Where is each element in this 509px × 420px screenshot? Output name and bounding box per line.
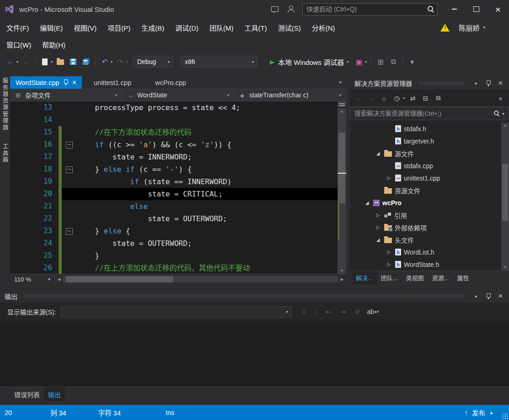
- save-icon[interactable]: [67, 56, 79, 68]
- navigate-windows-icon[interactable]: ⧉: [387, 56, 399, 68]
- tree-item[interactable]: ◢头文件: [350, 234, 501, 246]
- window-position-icon[interactable]: ▾: [471, 79, 481, 88]
- scroll-left-icon[interactable]: ◀: [55, 274, 63, 284]
- panel-tab[interactable]: 输出: [44, 387, 65, 401]
- start-debugging-button[interactable]: ▶本地 Windows 调试器▾: [267, 55, 352, 68]
- menu-item[interactable]: 生成(B): [136, 20, 170, 36]
- tree-item[interactable]: 资源文件: [350, 184, 501, 197]
- expander-icon[interactable]: ◢: [364, 200, 370, 205]
- editor-vertical-scrollbar[interactable]: ▲ ▼: [338, 101, 346, 274]
- close-button[interactable]: ×: [487, 2, 509, 16]
- chevron-down-icon[interactable]: ▾: [347, 60, 348, 64]
- collapse-all-icon[interactable]: ⊟: [420, 93, 431, 104]
- code-line[interactable]: 21 else: [10, 200, 338, 213]
- code-line[interactable]: 13 processType process = state << 4;: [10, 101, 338, 114]
- tree-item[interactable]: ▷WordState.h: [350, 258, 501, 271]
- panel-tab[interactable]: 团队...: [377, 271, 402, 284]
- code-line[interactable]: 26 //在上方添加状态迁移的代码，其他代码不要动: [10, 262, 338, 274]
- chevron-down-icon[interactable]: ▾: [403, 96, 405, 100]
- publish-button[interactable]: ↑ 发布 ▲: [465, 408, 493, 417]
- chevron-down-icon[interactable]: ▾: [111, 60, 113, 64]
- code-editor[interactable]: 13 processType process = state << 4;1415…: [10, 101, 338, 274]
- drag-grip[interactable]: [24, 294, 465, 298]
- undo-icon[interactable]: ↶: [99, 56, 111, 68]
- tree-item[interactable]: ▷WordList.h: [350, 246, 501, 258]
- vertical-scroll-thumb[interactable]: [338, 133, 345, 203]
- resize-grip[interactable]: [503, 414, 509, 420]
- code-line[interactable]: 24 state = OUTERWORD;: [10, 237, 338, 250]
- tree-item[interactable]: ▷unittest1.cpp: [350, 172, 501, 184]
- code-line[interactable]: 23 } else {: [10, 225, 338, 237]
- search-icon[interactable]: [424, 4, 437, 15]
- scroll-down-icon[interactable]: ▼: [501, 264, 509, 271]
- maximize-button[interactable]: [465, 2, 487, 16]
- notification-warning-icon[interactable]: [440, 24, 450, 32]
- menu-item[interactable]: 文件(F): [1, 20, 34, 36]
- menu-item[interactable]: 团队(M): [204, 20, 239, 36]
- code-line[interactable]: 16 if ((c >= 'a') && (c <= 'z')) {: [10, 138, 338, 151]
- side-tool-tab[interactable]: 工具箱: [1, 144, 10, 164]
- expander-icon[interactable]: ▷: [386, 250, 392, 255]
- pin-icon[interactable]: [483, 79, 493, 88]
- chevron-down-icon[interactable]: ▾: [51, 60, 53, 64]
- menu-item[interactable]: 编辑(E): [34, 20, 68, 36]
- menu-item[interactable]: 窗口(W): [1, 37, 37, 53]
- tree-item[interactable]: ◢wcPro: [350, 197, 501, 209]
- solution-search-input[interactable]: [350, 110, 489, 117]
- menu-item[interactable]: 调试(D): [170, 20, 204, 36]
- horizontal-scroll-track[interactable]: [63, 276, 338, 282]
- expander-icon[interactable]: ◢: [375, 151, 381, 156]
- code-line[interactable]: 15 //在下方添加状态迁移的代码: [10, 126, 338, 138]
- editor-tab[interactable]: wcPro.cpp: [143, 76, 198, 89]
- zoom-control[interactable]: 110 % ▾: [10, 274, 55, 284]
- document-list-dropdown-icon[interactable]: ▾: [339, 80, 346, 85]
- panel-splitter[interactable]: [346, 72, 350, 284]
- scroll-right-icon[interactable]: ▶: [338, 274, 346, 284]
- expander-icon[interactable]: ▷: [386, 175, 392, 181]
- tree-vertical-scrollbar[interactable]: ▲ ▼: [501, 122, 509, 271]
- code-line[interactable]: 25 }: [10, 250, 338, 262]
- tree-item[interactable]: stdafx.h: [350, 122, 501, 135]
- scroll-up-icon[interactable]: ▲: [501, 122, 509, 129]
- pin-icon[interactable]: [64, 80, 68, 85]
- code-line[interactable]: 22 state = OUTERWORD;: [10, 213, 338, 225]
- open-file-icon[interactable]: [54, 56, 66, 68]
- code-line[interactable]: 14: [10, 114, 338, 126]
- code-line[interactable]: 18 } else if (c == '-') {: [10, 163, 338, 175]
- breadcrumb-dropdown[interactable]: 杂项文件▾: [10, 89, 122, 101]
- sign-in-icon[interactable]: [283, 3, 300, 16]
- tree-item[interactable]: stdafx.cpp: [350, 159, 501, 172]
- breadcrumb-dropdown[interactable]: WordState▾: [122, 89, 234, 101]
- save-all-icon[interactable]: [80, 56, 92, 68]
- output-source-combo[interactable]: ▾: [61, 306, 292, 318]
- expander-icon[interactable]: ▷: [375, 213, 381, 218]
- split-editor-handle-icon[interactable]: [338, 101, 346, 108]
- scroll-up-icon[interactable]: ▲: [338, 108, 346, 114]
- chevron-down-icon[interactable]: ▾: [16, 60, 18, 64]
- solution-configurations-combo[interactable]: Debug▾: [133, 56, 173, 68]
- close-icon[interactable]: ×: [496, 79, 505, 88]
- code-line[interactable]: 19 if (state == INNERWORD): [10, 175, 338, 188]
- vertical-scroll-track[interactable]: [338, 114, 346, 268]
- panel-tab[interactable]: 错误列表: [10, 387, 44, 401]
- pending-changes-filter-icon[interactable]: ◷: [391, 93, 402, 104]
- search-icon[interactable]: ▾: [489, 107, 509, 120]
- editor-tab[interactable]: WordState.cpp×: [10, 76, 82, 89]
- solution-platforms-combo[interactable]: x86▾: [181, 56, 257, 68]
- navigate-backward-icon[interactable]: ←: [5, 56, 16, 68]
- minimize-button[interactable]: [443, 2, 465, 16]
- panel-overflow-icon[interactable]: »: [495, 93, 506, 104]
- panel-tab[interactable]: 类视图: [402, 271, 428, 284]
- tree-item[interactable]: targetver.h: [350, 135, 501, 147]
- application-insights-icon[interactable]: ▣: [353, 56, 365, 68]
- drag-grip[interactable]: [418, 81, 465, 85]
- tree-item[interactable]: ▷引用: [350, 209, 501, 221]
- tree-item[interactable]: ◢源文件: [350, 147, 501, 159]
- show-all-files-icon[interactable]: ⧉: [433, 93, 444, 104]
- pin-icon[interactable]: [483, 292, 493, 301]
- find-in-files-icon[interactable]: ⊞: [375, 56, 386, 68]
- quick-launch-input[interactable]: [303, 5, 424, 13]
- tree-scroll-thumb[interactable]: [502, 164, 508, 221]
- code-line[interactable]: 20 state = CRITICAL;: [10, 188, 338, 200]
- panel-tab[interactable]: 属性: [453, 271, 473, 284]
